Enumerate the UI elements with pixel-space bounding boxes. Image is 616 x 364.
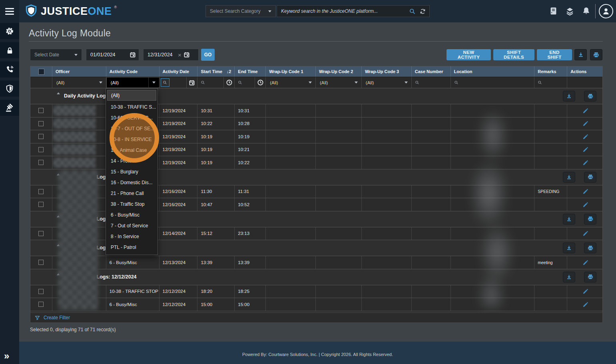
dropdown-item[interactable]: 7 - Out of Service [106,221,157,231]
row-checkbox[interactable] [38,189,44,194]
row-checkbox[interactable] [38,231,44,236]
edit-icon[interactable] [582,259,589,266]
row-checkbox[interactable] [38,289,44,294]
sidebar-expand-button[interactable]: » [4,351,9,361]
edit-icon[interactable] [582,146,589,153]
dropdown-item[interactable]: 10-38 - TRAFFIC S... [106,102,157,113]
row-checkbox[interactable] [38,121,44,126]
create-filter-link[interactable]: Create Filter [44,315,70,320]
dropdown-item[interactable]: (All) [107,90,156,101]
go-button[interactable]: GO [201,49,215,61]
dropdown-item[interactable]: 8 - In Service [106,231,157,242]
column-header-officer[interactable]: Officer [52,66,106,77]
group-download-button[interactable] [563,91,575,101]
location-filter[interactable] [451,77,535,88]
export-download-button[interactable] [574,49,587,60]
column-header-end-time[interactable]: End Time [235,66,266,77]
clear-date-icon[interactable]: × [178,52,181,58]
chevron-down-icon[interactable] [148,78,159,88]
column-header-start-time[interactable]: Start Time↓2 [197,66,235,77]
activity-date-filter[interactable] [159,77,198,88]
row-checkbox[interactable] [38,134,44,139]
new-activity-button[interactable]: NEW ACTIVITY [447,49,491,60]
dropdown-item[interactable]: 15 - Burglary [106,167,157,177]
search-icon[interactable] [409,8,416,15]
edit-icon[interactable] [582,133,589,140]
group-download-button[interactable] [563,214,575,225]
search-icon[interactable] [161,78,169,87]
row-checkbox[interactable] [38,202,44,207]
edit-icon[interactable] [582,301,589,308]
column-header-wrapup3[interactable]: Wrap-Up Code 3 [362,66,412,77]
column-header-wrapup1[interactable]: Wrap-Up Code 1 [266,66,316,77]
edit-icon[interactable] [582,188,589,195]
calendar-icon[interactable] [183,52,190,58]
notes-icon[interactable] [549,6,558,16]
column-header-remarks[interactable]: Remarks [534,66,567,77]
row-checkbox[interactable] [38,108,44,113]
officer-filter[interactable]: (All) [52,77,106,88]
end-time-filter[interactable] [235,77,266,88]
create-filter-bar[interactable]: Create Filter [30,312,603,323]
dropdown-item[interactable]: 16 - Domestic Dis... [106,177,157,188]
row-checkbox[interactable] [38,302,44,307]
column-header-activity-date[interactable]: Activity Date [159,66,198,77]
column-header-case-number[interactable]: Case Number [412,66,451,77]
dropdown-item[interactable]: 21 - Phone Call [106,188,157,199]
menu-button[interactable] [0,0,19,22]
end-shift-button[interactable]: END SHIFT [537,49,572,60]
group-print-button[interactable] [584,243,596,253]
column-header-wrapup2[interactable]: Wrap-Up Code 2 [316,66,362,77]
shift-details-button[interactable]: SHIFT DETAILS [493,49,534,60]
group-print-button[interactable] [584,272,596,282]
row-checkbox[interactable] [38,160,44,165]
remarks-filter[interactable] [534,77,567,88]
sidebar-item-dispatch[interactable] [0,62,19,78]
calendar-icon[interactable] [130,52,136,58]
select-date-dropdown[interactable]: Select Date [30,49,82,61]
select-all-checkbox[interactable] [38,69,44,75]
edit-icon[interactable] [582,159,589,166]
group-download-button[interactable] [563,243,575,253]
group-download-button[interactable] [563,172,575,183]
edit-icon[interactable] [582,107,589,114]
wrapup3-filter[interactable]: (All) [362,77,412,88]
sidebar-item-court[interactable] [0,100,19,116]
search-category-select[interactable]: Select Search Category [205,5,276,17]
app-logo[interactable]: JUSTICEONE ® [24,4,117,18]
user-avatar[interactable] [599,4,613,18]
row-checkbox[interactable] [38,147,44,152]
clock-icon[interactable] [255,77,265,88]
edit-icon[interactable] [582,201,589,208]
row-checkbox[interactable] [38,260,44,265]
dropdown-item[interactable]: 38 - Traffic Stop [106,199,157,210]
dropdown-item[interactable]: 6 - Busy/Misc [106,210,157,221]
start-time-filter[interactable] [197,77,235,88]
wrapup2-filter[interactable]: (All) [316,77,362,88]
group-print-button[interactable] [584,214,596,225]
sidebar-item-shield[interactable] [0,81,19,97]
calendar-icon[interactable] [186,77,197,88]
edit-icon[interactable] [582,230,589,237]
activity-code-filter[interactable]: (All) [106,77,159,88]
edit-icon[interactable] [582,120,589,127]
column-header-location[interactable]: Location [451,66,535,77]
sidebar-item-security[interactable] [0,42,19,58]
group-print-button[interactable] [584,91,596,101]
clock-icon[interactable] [223,77,234,88]
edit-icon[interactable] [582,288,589,294]
column-header-activity-code[interactable]: Activity Code [106,66,159,77]
group-download-button[interactable] [563,272,575,282]
layers-icon[interactable] [565,6,575,16]
sync-icon[interactable] [419,8,426,15]
print-button[interactable] [590,49,602,60]
date-from-input[interactable] [86,52,121,58]
keyword-search-input[interactable] [277,6,409,17]
date-to-input[interactable] [144,52,178,58]
case-number-filter[interactable] [412,77,451,88]
collapse-caret-icon[interactable] [57,92,60,94]
group-print-button[interactable] [584,172,596,183]
dropdown-item[interactable]: PTL - Patrol [106,242,157,253]
wrapup1-filter[interactable]: (All) [266,77,316,88]
bell-icon[interactable] [582,6,591,16]
